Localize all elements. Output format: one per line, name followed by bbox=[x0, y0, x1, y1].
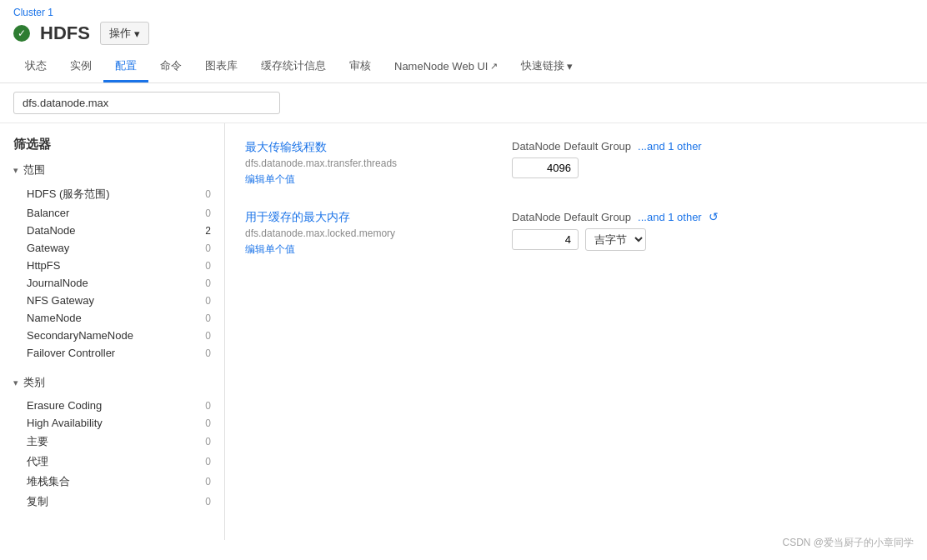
filter-hdfs[interactable]: HDFS (服务范围) 0 bbox=[13, 184, 211, 204]
filter-label: 堆栈集合 bbox=[27, 474, 70, 489]
filter-journalnode[interactable]: JournalNode 0 bbox=[13, 274, 211, 292]
filter-label: Gateway bbox=[27, 242, 69, 254]
value-input-2[interactable] bbox=[512, 229, 579, 250]
filter-replication[interactable]: 复制 0 bbox=[13, 492, 211, 512]
footer-watermark: CSDN @爱当厨子的小章同学 bbox=[782, 536, 914, 540]
search-bar bbox=[0, 83, 927, 123]
filter-label: DataNode bbox=[27, 224, 76, 237]
filter-count: 0 bbox=[205, 496, 211, 508]
config-name-2: 用于缓存的最大内存 bbox=[245, 210, 479, 225]
config-value-area-2: DataNode Default Group ...and 1 other ↺ … bbox=[512, 210, 907, 257]
group-header-1: DataNode Default Group ...and 1 other bbox=[512, 140, 907, 152]
filter-count: 0 bbox=[205, 312, 211, 324]
filter-count: 0 bbox=[205, 400, 211, 412]
tab-command[interactable]: 命令 bbox=[148, 52, 193, 82]
service-title: HDFS bbox=[40, 22, 90, 44]
config-key-2: dfs.datanode.max.locked.memory bbox=[245, 228, 479, 239]
filter-label: 复制 bbox=[27, 494, 48, 509]
namenode-ui-label: NameNode Web UI bbox=[394, 60, 488, 72]
dropdown-icon: ▾ bbox=[567, 60, 573, 72]
service-status-icon: ✓ bbox=[13, 25, 30, 42]
cluster-link[interactable]: Cluster 1 bbox=[13, 7, 914, 18]
filter-secondary-namenode[interactable]: SecondaryNameNode 0 bbox=[13, 327, 211, 344]
filter-count: 0 bbox=[205, 418, 211, 429]
filter-namenode[interactable]: NameNode 0 bbox=[13, 309, 211, 327]
sidebar-title: 筛选器 bbox=[13, 137, 211, 152]
config-item-max-locked-memory: 用于缓存的最大内存 dfs.datanode.max.locked.memory… bbox=[245, 210, 907, 257]
sidebar: 筛选器 ▾ 范围 HDFS (服务范围) 0 Balancer 0 DataNo… bbox=[0, 123, 225, 540]
nav-tabs: 状态 实例 配置 命令 图表库 缓存统计信息 审核 NameNode Web U… bbox=[13, 52, 914, 82]
filter-label: 代理 bbox=[27, 454, 48, 469]
filter-count: 0 bbox=[205, 456, 211, 468]
edit-link-1[interactable]: 编辑单个值 bbox=[245, 173, 295, 185]
filter-count: 0 bbox=[205, 436, 211, 448]
search-input[interactable] bbox=[13, 92, 280, 114]
group-other-1[interactable]: ...and 1 other bbox=[638, 140, 702, 152]
scope-section-header[interactable]: ▾ 范围 bbox=[13, 162, 211, 178]
config-name-1: 最大传输线程数 bbox=[245, 140, 479, 155]
group-label-1: DataNode Default Group bbox=[512, 140, 631, 152]
filter-count: 0 bbox=[205, 348, 211, 359]
filter-erasure-coding[interactable]: Erasure Coding 0 bbox=[13, 397, 211, 414]
filter-count: 0 bbox=[205, 278, 211, 289]
filter-label: 主要 bbox=[27, 434, 48, 449]
top-bar: Cluster 1 ✓ HDFS 操作 ▾ 状态 实例 配置 命令 图表库 缓存… bbox=[0, 0, 927, 83]
tab-audit[interactable]: 审核 bbox=[338, 52, 383, 82]
tab-chart[interactable]: 图表库 bbox=[193, 52, 249, 82]
filter-label: NameNode bbox=[27, 312, 82, 324]
quicklinks-label: 快速链接 bbox=[521, 58, 564, 73]
tab-quicklinks[interactable]: 快速链接 ▾ bbox=[509, 52, 584, 82]
unit-select-2[interactable]: 字节 千字节 兆字节 吉字节 太字节 bbox=[585, 228, 646, 251]
value-input-1[interactable] bbox=[512, 158, 579, 178]
group-label-2: DataNode Default Group bbox=[512, 211, 631, 223]
filter-httpfs[interactable]: HttpFS 0 bbox=[13, 257, 211, 274]
edit-link-2[interactable]: 编辑单个值 bbox=[245, 243, 295, 255]
filter-high-availability[interactable]: High Availability 0 bbox=[13, 414, 211, 432]
tab-config[interactable]: 配置 bbox=[103, 52, 148, 82]
action-button-label: 操作 bbox=[109, 26, 131, 41]
filter-count: 0 bbox=[205, 476, 211, 488]
filter-gateway[interactable]: Gateway 0 bbox=[13, 239, 211, 257]
filter-main[interactable]: 主要 0 bbox=[13, 432, 211, 452]
filter-count: 2 bbox=[205, 225, 211, 237]
group-other-2[interactable]: ...and 1 other bbox=[638, 211, 702, 223]
filter-nfs-gateway[interactable]: NFS Gateway 0 bbox=[13, 292, 211, 309]
main-content: 筛选器 ▾ 范围 HDFS (服务范围) 0 Balancer 0 DataNo… bbox=[0, 123, 927, 540]
config-value-area-1: DataNode Default Group ...and 1 other bbox=[512, 140, 907, 187]
filter-count: 0 bbox=[205, 208, 211, 219]
scope-section-label: 范围 bbox=[23, 162, 45, 178]
category-filter-list: Erasure Coding 0 High Availability 0 主要 … bbox=[13, 397, 211, 512]
filter-label: Balancer bbox=[27, 207, 69, 219]
nav-tab-list: 状态 实例 配置 命令 图表库 缓存统计信息 审核 NameNode Web U… bbox=[13, 52, 914, 82]
tab-cache[interactable]: 缓存统计信息 bbox=[249, 52, 338, 82]
reset-icon[interactable]: ↺ bbox=[709, 210, 719, 223]
chevron-down-icon: ▾ bbox=[13, 165, 18, 176]
filter-balancer[interactable]: Balancer 0 bbox=[13, 204, 211, 222]
filter-count: 0 bbox=[205, 295, 211, 307]
filter-datanode[interactable]: DataNode 2 bbox=[13, 222, 211, 239]
external-link-icon: ↗ bbox=[490, 61, 498, 72]
tab-namenode-ui[interactable]: NameNode Web UI ↗ bbox=[383, 52, 509, 82]
category-section-label: 类别 bbox=[23, 375, 45, 390]
action-button[interactable]: 操作 ▾ bbox=[100, 22, 149, 45]
category-section-header[interactable]: ▾ 类别 bbox=[13, 375, 211, 390]
tab-status[interactable]: 状态 bbox=[13, 52, 58, 82]
filter-label: HDFS (服务范围) bbox=[27, 187, 110, 202]
filter-label: NFS Gateway bbox=[27, 294, 94, 307]
value-row-2: 字节 千字节 兆字节 吉字节 太字节 bbox=[512, 228, 907, 251]
scope-filter-list: HDFS (服务范围) 0 Balancer 0 DataNode 2 Gate… bbox=[13, 184, 211, 362]
config-item-max-transfer-threads: 最大传输线程数 dfs.datanode.max.transfer.thread… bbox=[245, 140, 907, 187]
filter-count: 0 bbox=[205, 330, 211, 342]
filter-label: Failover Controller bbox=[27, 347, 115, 359]
filter-proxy[interactable]: 代理 0 bbox=[13, 452, 211, 472]
filter-label: JournalNode bbox=[27, 277, 88, 289]
group-header-2: DataNode Default Group ...and 1 other ↺ bbox=[512, 210, 907, 223]
filter-failover-controller[interactable]: Failover Controller 0 bbox=[13, 344, 211, 362]
service-header: ✓ HDFS 操作 ▾ bbox=[13, 22, 914, 45]
filter-stack[interactable]: 堆栈集合 0 bbox=[13, 472, 211, 492]
filter-label: Erasure Coding bbox=[27, 399, 102, 412]
filter-count: 0 bbox=[205, 188, 211, 200]
value-row-1 bbox=[512, 158, 907, 178]
config-label-area-2: 用于缓存的最大内存 dfs.datanode.max.locked.memory… bbox=[245, 210, 479, 257]
tab-instances[interactable]: 实例 bbox=[58, 52, 103, 82]
